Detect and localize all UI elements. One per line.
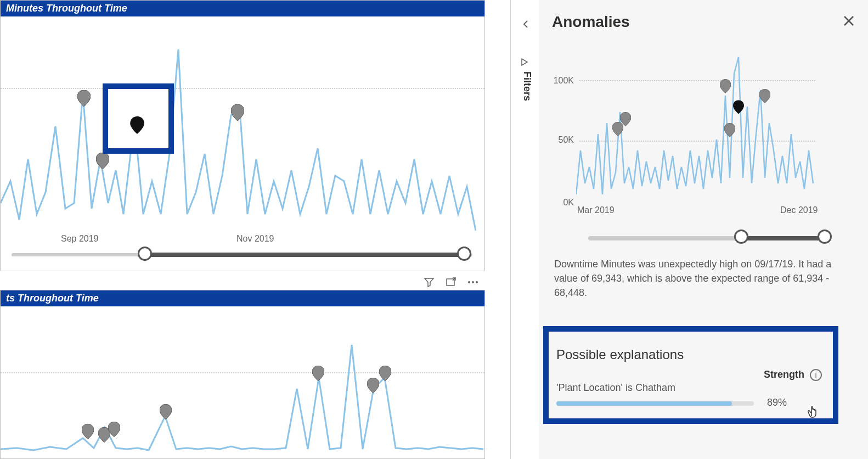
anomaly-marker[interactable] xyxy=(82,424,94,436)
y-tick-label: 100K xyxy=(550,76,574,86)
anomaly-marker[interactable] xyxy=(231,104,243,116)
vertical-divider xyxy=(510,0,511,459)
svg-point-3 xyxy=(476,281,478,283)
close-icon[interactable] xyxy=(843,13,855,31)
chart-title-bar: Minutes Throughout Time xyxy=(1,1,484,16)
anomaly-marker[interactable] xyxy=(724,123,736,135)
explanation-item[interactable]: 'Plant Location' is Chatham xyxy=(556,382,825,394)
anomaly-marker[interactable] xyxy=(77,90,89,102)
mini-time-range-slider[interactable] xyxy=(588,231,844,247)
strength-column-label: Strength xyxy=(764,369,804,380)
x-tick-label: Mar 2019 xyxy=(577,205,615,215)
anomaly-marker-selected[interactable] xyxy=(130,116,142,128)
strength-bar-fill xyxy=(556,401,732,406)
anomalies-mini-chart[interactable]: 100K 50K 0K Mar 2019 Dec 2019 xyxy=(552,41,855,227)
anomaly-marker[interactable] xyxy=(96,153,108,165)
strength-percentage: 89% xyxy=(767,397,787,408)
x-tick-label: Dec 2019 xyxy=(780,205,818,215)
filters-pane-collapsed[interactable]: Filters xyxy=(514,0,539,459)
chart-title: ts Throughout Time xyxy=(6,293,99,304)
slider-handle-start[interactable] xyxy=(138,247,152,261)
explanations-heading: Possible explanations xyxy=(556,347,825,362)
anomaly-marker[interactable] xyxy=(367,378,379,390)
panel-title: Anomalies xyxy=(552,13,630,31)
chart-secondary[interactable]: ts Throughout Time xyxy=(0,290,485,459)
cursor-pointer-icon xyxy=(807,402,821,421)
visual-toolbar xyxy=(420,275,482,290)
time-range-slider[interactable] xyxy=(1,247,484,263)
report-canvas: Minutes Throughout Time xyxy=(0,0,510,459)
slider-handle-start[interactable] xyxy=(734,229,748,244)
anomaly-marker[interactable] xyxy=(312,366,324,378)
svg-point-1 xyxy=(468,281,470,283)
slider-handle-end[interactable] xyxy=(818,229,832,244)
info-icon[interactable]: i xyxy=(810,369,822,381)
strength-bar: 89% xyxy=(556,401,754,406)
x-tick-label: Sep 2019 xyxy=(61,234,99,244)
filters-label: Filters xyxy=(521,71,533,101)
anomalies-panel: Anomalies 100K 50K 0K Mar 2019 Dec 2019 xyxy=(539,0,868,459)
x-tick-label: Nov 2019 xyxy=(236,234,274,244)
anomaly-description: Downtime Minutes was unexpectedly high o… xyxy=(554,257,853,300)
line-chart-svg xyxy=(1,16,486,247)
svg-point-2 xyxy=(472,281,474,283)
anomaly-marker[interactable] xyxy=(108,422,120,434)
anomaly-marker[interactable] xyxy=(759,89,771,101)
chart-downtime-minutes[interactable]: Minutes Throughout Time xyxy=(0,0,485,271)
y-tick-label: 0K xyxy=(550,198,574,208)
line-chart-svg xyxy=(1,306,486,455)
anomaly-marker[interactable] xyxy=(379,366,391,378)
chart-title: Minutes Throughout Time xyxy=(6,3,127,14)
possible-explanations-section: Possible explanations Strength i 'Plant … xyxy=(543,337,838,422)
filter-icon[interactable] xyxy=(420,275,438,290)
anomaly-marker[interactable] xyxy=(620,112,632,124)
anomaly-marker-selected[interactable] xyxy=(733,100,745,112)
more-options-icon[interactable] xyxy=(464,275,482,290)
focus-mode-icon[interactable] xyxy=(442,275,460,290)
filter-triangle-icon xyxy=(521,58,531,66)
slider-handle-end[interactable] xyxy=(457,247,471,261)
chevron-left-icon[interactable] xyxy=(521,20,530,31)
anomaly-marker[interactable] xyxy=(160,404,172,416)
anomaly-marker[interactable] xyxy=(720,79,732,91)
y-tick-label: 50K xyxy=(550,135,574,145)
chart-title-bar: ts Throughout Time xyxy=(1,290,484,306)
